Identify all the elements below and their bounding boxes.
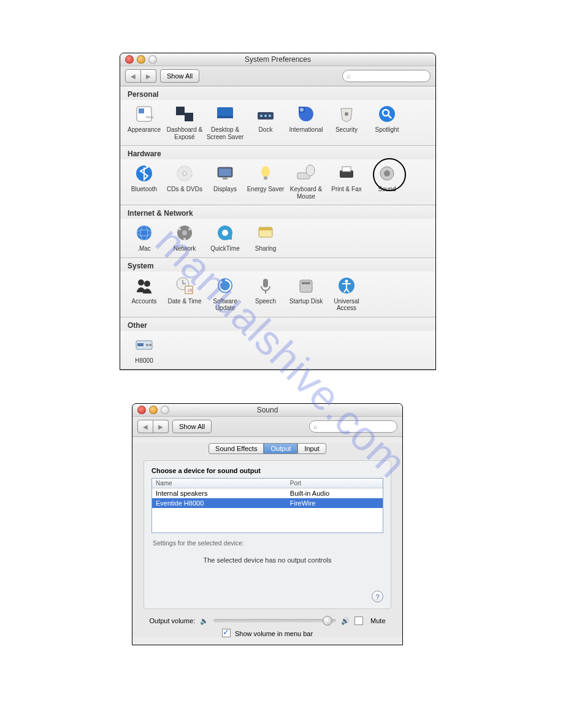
svg-point-9 (264, 115, 267, 117)
pref-label: Software Update (206, 298, 244, 312)
sound-window: Sound ◀ ▶ Show All ⌕ Sound EffectsOutput… (132, 403, 403, 645)
section-body: Accounts18Date & TimeSoftware UpdateSpee… (120, 271, 435, 317)
volume-low-icon: 🔈 (200, 617, 209, 625)
device-name: Eventide H8000 (152, 498, 286, 508)
device-row[interactable]: Internal speakersBuilt-in Audio (152, 488, 383, 498)
window-title: Sound (132, 406, 402, 414)
dashboard-icon (174, 104, 195, 124)
device-name: Internal speakers (152, 488, 286, 498)
section-label: System (120, 258, 435, 271)
search-icon: ⌕ (347, 72, 351, 80)
pref-quicktime[interactable]: QuickTime (206, 222, 244, 252)
show-all-button[interactable]: Show All (160, 69, 199, 83)
section-label: Hardware (120, 146, 435, 159)
pref-appearance[interactable]: NewAppearance (125, 104, 163, 140)
svg-point-14 (345, 112, 348, 116)
svg-point-42 (222, 230, 228, 236)
sharing-icon (255, 222, 276, 243)
col-port-header: Port (286, 479, 383, 488)
output-panel: Choose a device for sound output Name Po… (144, 460, 391, 609)
volume-slider[interactable] (213, 619, 336, 623)
pref-network[interactable]: Network (166, 222, 204, 252)
pref-security[interactable]: Security (327, 104, 366, 140)
international-icon (296, 104, 316, 124)
section-label: Personal (120, 86, 435, 100)
pref-swupdate[interactable]: Software Update (206, 275, 244, 312)
svg-point-28 (306, 165, 315, 176)
displays-icon (215, 163, 236, 184)
pref-keyboard[interactable]: Keyboard & Mouse (287, 163, 325, 200)
pref-sound[interactable]: Sound (368, 163, 406, 200)
pref-dotmac[interactable]: .Mac (125, 222, 163, 252)
pref-h8000[interactable]: H8000 (125, 335, 163, 365)
pref-spotlight[interactable]: Spotlight (368, 104, 406, 140)
section-body: H8000 (120, 331, 435, 370)
col-name-header: Name (152, 479, 286, 488)
volume-high-icon: 🔊 (341, 617, 350, 625)
pref-international[interactable]: International (287, 104, 325, 140)
section-body: NewAppearanceDashboard & ExposéDesktop &… (120, 100, 435, 146)
help-button[interactable]: ? (372, 591, 383, 602)
choose-device-label: Choose a device for sound output (151, 467, 383, 474)
forward-button[interactable]: ▶ (153, 420, 169, 433)
mute-checkbox[interactable] (354, 616, 363, 625)
pref-label: Spotlight (368, 126, 406, 134)
pref-desktop[interactable]: Desktop & Screen Saver (206, 104, 244, 140)
pref-label: Dashboard & Exposé (166, 126, 204, 140)
svg-rect-23 (219, 169, 231, 176)
section-label: Internet & Network (120, 205, 435, 219)
nav-buttons: ◀ ▶ (137, 420, 169, 433)
svg-point-62 (146, 344, 148, 346)
svg-point-10 (269, 115, 271, 117)
titlebar: System Preferences (120, 53, 435, 66)
datetime-icon: 18 (174, 275, 195, 296)
pref-datetime[interactable]: 18Date & Time (166, 275, 204, 312)
tab-sound-effects[interactable]: Sound Effects (209, 443, 264, 454)
search-input[interactable]: ⌕ (309, 420, 397, 433)
nav-buttons: ◀ ▶ (125, 69, 156, 83)
pref-label: CDs & DVDs (166, 186, 204, 193)
forward-button[interactable]: ▶ (141, 69, 156, 83)
pref-startup[interactable]: Startup Disk (287, 275, 325, 312)
pref-accounts[interactable]: Accounts (125, 275, 163, 312)
dotmac-icon (134, 222, 155, 243)
pref-cds[interactable]: CDs & DVDs (166, 163, 204, 200)
volume-label: Output volume: (149, 617, 195, 624)
tab-input[interactable]: Input (297, 443, 326, 454)
menubar-label: Show volume in menu bar (235, 630, 313, 637)
show-all-button[interactable]: Show All (172, 420, 212, 433)
svg-rect-1 (139, 108, 144, 113)
pref-dashboard[interactable]: Dashboard & Exposé (166, 104, 204, 140)
svg-point-15 (379, 106, 395, 122)
pref-speech[interactable]: Speech (247, 275, 285, 312)
pref-label: Date & Time (166, 298, 204, 305)
tab-output[interactable]: Output (264, 443, 297, 454)
cds-icon (174, 163, 195, 184)
appearance-icon: New (134, 104, 155, 124)
pref-print[interactable]: Print & Fax (327, 163, 366, 200)
device-row[interactable]: Eventide H8000FireWire (152, 498, 383, 508)
pref-universal[interactable]: Universal Access (327, 275, 366, 312)
back-button[interactable]: ◀ (125, 69, 141, 83)
back-button[interactable]: ◀ (137, 420, 153, 433)
pref-dock[interactable]: Dock (247, 104, 285, 140)
print-icon (336, 163, 357, 184)
svg-point-40 (183, 238, 186, 240)
pref-displays[interactable]: Displays (206, 163, 244, 200)
quicktime-icon (215, 222, 236, 243)
section-body: BluetoothCDs & DVDsDisplaysEnergy SaverK… (120, 159, 435, 205)
menubar-checkbox[interactable] (222, 629, 231, 637)
pref-label: Accounts (125, 298, 163, 305)
search-input[interactable]: ⌕ (342, 70, 431, 82)
pref-energy[interactable]: Energy Saver (247, 163, 285, 200)
pref-label: Speech (247, 298, 285, 305)
h8000-icon (134, 335, 155, 355)
device-table: Name Port Internal speakersBuilt-in Audi… (151, 478, 383, 533)
svg-point-39 (188, 228, 191, 230)
pref-label: Universal Access (327, 298, 366, 312)
toolbar: ◀ ▶ Show All ⌕ (120, 66, 435, 86)
accounts-icon (134, 275, 155, 296)
pref-sharing[interactable]: Sharing (247, 222, 285, 252)
pref-bluetooth[interactable]: Bluetooth (125, 163, 163, 200)
settings-for-label: Settings for the selected device: (153, 539, 383, 547)
